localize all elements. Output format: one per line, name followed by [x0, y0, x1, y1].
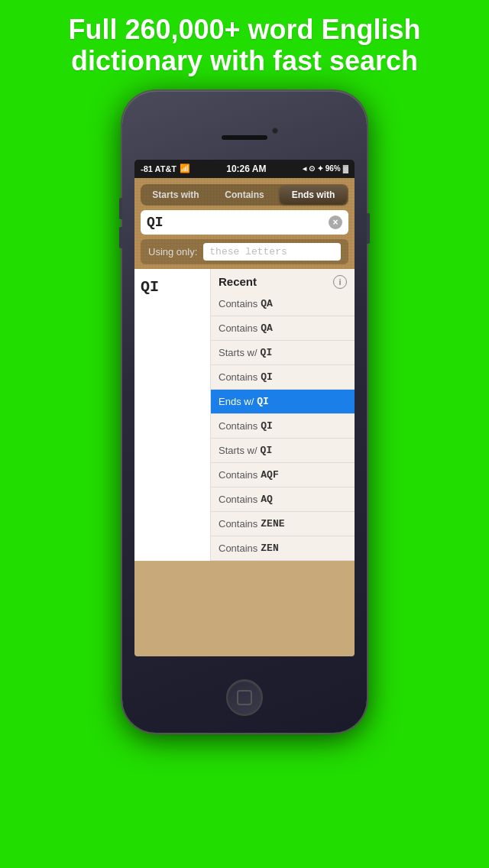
recent-header: Recent i	[211, 269, 355, 292]
recent-item-word: QI	[257, 396, 269, 407]
phone-shell: -81 AT&T 📶 10:26 AM ◂ ⊙ ✦ 96% ▓ Starts w…	[122, 91, 367, 733]
status-right: ◂ ⊙ ✦ 96% ▓	[303, 164, 348, 173]
app-content: Starts with Contains Ends with QI × Usin…	[134, 178, 355, 561]
recent-list-item[interactable]: Contains ZENE	[211, 512, 355, 536]
recent-list-item[interactable]: Contains ZEN	[211, 536, 355, 561]
headline-line2: dictionary with fast search	[71, 45, 418, 76]
recent-item-word: QA	[261, 322, 273, 334]
using-only-row: Using only: these letters	[141, 239, 348, 264]
recent-item-type: Contains	[219, 322, 257, 334]
recent-list: Contains QAContains QAStarts w/ QIContai…	[211, 292, 355, 561]
recent-item-word: AQF	[261, 469, 278, 481]
recent-item-word: QA	[261, 298, 273, 309]
recent-list-item[interactable]: Contains AQF	[211, 463, 355, 487]
recent-item-type: Starts w/	[219, 347, 257, 358]
headline-line1: Full 260,000+ word English	[68, 14, 420, 45]
segmented-control[interactable]: Starts with Contains Ends with	[141, 184, 348, 206]
info-icon[interactable]: i	[333, 275, 347, 289]
wifi-icon: 📶	[180, 164, 190, 173]
recent-item-word: QI	[261, 371, 273, 383]
recent-item-word: ZENE	[261, 518, 284, 530]
recent-item-word: QI	[261, 445, 273, 456]
recent-item-type: Contains	[219, 420, 257, 432]
recent-list-item[interactable]: Contains QA	[211, 316, 355, 341]
using-only-placeholder: these letters	[209, 246, 287, 257]
recent-item-type: Contains	[219, 542, 257, 554]
recent-item-type: Contains	[219, 494, 257, 505]
phone-screen: -81 AT&T 📶 10:26 AM ◂ ⊙ ✦ 96% ▓ Starts w…	[134, 160, 355, 656]
clear-button[interactable]: ×	[329, 215, 342, 229]
battery-label: 96%	[325, 164, 341, 173]
speaker-icon	[222, 135, 267, 140]
phone-device: -81 AT&T 📶 10:26 AM ◂ ⊙ ✦ 96% ▓ Starts w…	[122, 91, 367, 733]
recent-panel: Recent i Contains QAContains QAStarts w/…	[211, 269, 355, 561]
recent-list-item[interactable]: Starts w/ QI	[211, 341, 355, 365]
recent-title: Recent	[219, 275, 257, 288]
recent-list-item[interactable]: Contains AQ	[211, 487, 355, 512]
recent-item-type: Contains	[219, 469, 257, 481]
using-only-input[interactable]: these letters	[203, 243, 341, 261]
bluetooth-icon: ✦	[317, 164, 323, 173]
power-button[interactable]	[367, 213, 370, 244]
using-only-label: Using only:	[148, 246, 197, 257]
recent-list-item[interactable]: Starts w/ QI	[211, 439, 355, 463]
recent-item-type: Starts w/	[219, 445, 257, 456]
home-button[interactable]	[226, 679, 263, 716]
battery-icon: ▓	[343, 164, 348, 173]
recent-item-word: AQ	[261, 494, 273, 505]
main-area: QI Recent i Contains QAContains QAStarts…	[134, 269, 355, 561]
home-button-icon	[237, 690, 252, 705]
status-bar: -81 AT&T 📶 10:26 AM ◂ ⊙ ✦ 96% ▓	[134, 160, 355, 178]
recent-list-item[interactable]: Ends w/ QI	[211, 390, 355, 414]
recent-item-type: Contains	[219, 371, 257, 383]
recent-list-item[interactable]: Contains QI	[211, 414, 355, 439]
word-display: QI	[141, 278, 159, 296]
carrier-label: -81 AT&T	[141, 164, 176, 173]
recent-list-item[interactable]: Contains QA	[211, 292, 355, 316]
camera-icon	[272, 128, 278, 134]
recent-item-type: Ends w/	[219, 396, 254, 407]
volume-up-button[interactable]	[119, 198, 122, 219]
search-input[interactable]: QI	[147, 215, 329, 230]
location-icon: ◂	[303, 164, 306, 173]
tab-contains[interactable]: Contains	[211, 186, 278, 204]
alarm-icon: ⊙	[309, 164, 315, 173]
recent-item-type: Contains	[219, 298, 257, 309]
tab-ends-with[interactable]: Ends with	[280, 186, 347, 204]
tab-starts-with[interactable]: Starts with	[142, 186, 209, 204]
headline: Full 260,000+ word English dictionary wi…	[45, 0, 443, 85]
volume-down-button[interactable]	[119, 227, 122, 248]
word-panel: QI	[134, 269, 211, 561]
recent-item-type: Contains	[219, 518, 257, 530]
recent-list-item[interactable]: Contains QI	[211, 365, 355, 390]
recent-item-word: QI	[261, 420, 273, 432]
search-row[interactable]: QI ×	[141, 210, 348, 235]
status-left: -81 AT&T 📶	[141, 164, 190, 173]
recent-item-word: ZEN	[261, 542, 278, 554]
status-time: 10:26 AM	[226, 164, 266, 174]
recent-item-word: QI	[261, 347, 273, 358]
